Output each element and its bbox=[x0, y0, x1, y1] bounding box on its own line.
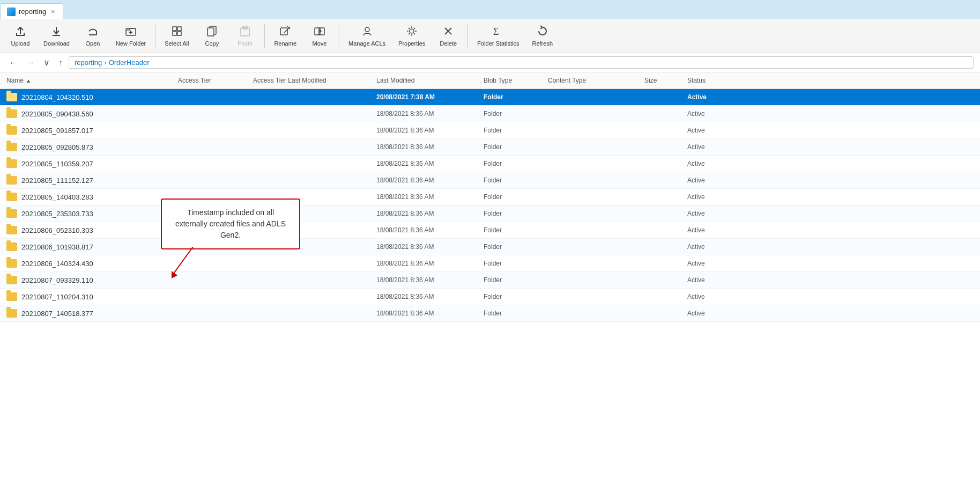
folder-statistics-label: Folder Statistics bbox=[477, 40, 519, 47]
folder-icon bbox=[6, 226, 17, 234]
refresh-button[interactable]: Refresh bbox=[526, 23, 559, 49]
file-name: 20210805_110359.207 bbox=[21, 160, 178, 168]
table-row[interactable]: 20210806_052310.303 18/08/2021 8:36 AM F… bbox=[0, 222, 980, 239]
file-name: 20210805_235303.733 bbox=[21, 210, 178, 218]
properties-icon bbox=[406, 25, 418, 39]
folder-icon bbox=[6, 309, 17, 318]
properties-button[interactable]: Properties bbox=[392, 23, 431, 49]
cell-last-modified: 18/08/2021 8:36 AM bbox=[376, 160, 484, 167]
table-row[interactable]: 20210805_140403.283 18/08/2021 8:36 AM F… bbox=[0, 189, 980, 205]
path-sep-1: › bbox=[104, 58, 106, 67]
table-row[interactable]: 20210807_140518.377 18/08/2021 8:36 AM F… bbox=[0, 305, 980, 322]
download-label: Download bbox=[43, 40, 70, 47]
sort-arrow-icon: ▲ bbox=[26, 78, 31, 84]
cell-blob-type: Folder bbox=[484, 193, 548, 201]
select-all-label: Select All bbox=[165, 40, 189, 47]
file-list: 20210804_104320.510 20/08/2021 7:38 AM F… bbox=[0, 89, 980, 457]
folder-icon bbox=[6, 193, 17, 201]
col-header-access-tier-mod[interactable]: Access Tier Last Modified bbox=[253, 77, 376, 84]
col-header-blob-type[interactable]: Blob Type bbox=[484, 77, 548, 84]
toolbar: Upload Download Open New Folder Select A… bbox=[0, 19, 980, 53]
move-button[interactable]: Move bbox=[303, 23, 336, 49]
toolbar-sep-2 bbox=[264, 24, 265, 48]
table-row[interactable]: 20210806_101938.817 18/08/2021 8:36 AM F… bbox=[0, 239, 980, 255]
table-row[interactable]: 20210805_110359.207 18/08/2021 8:36 AM F… bbox=[0, 156, 980, 172]
file-name: 20210805_090438.560 bbox=[21, 110, 178, 118]
callout-arrow bbox=[172, 247, 236, 279]
table-row[interactable]: 20210805_090438.560 18/08/2021 8:36 AM F… bbox=[0, 106, 980, 122]
paste-button: Paste bbox=[229, 23, 261, 49]
cell-status: Active bbox=[687, 110, 741, 117]
path-orderheader[interactable]: OrderHeader bbox=[109, 58, 150, 67]
cell-last-modified: 18/08/2021 8:36 AM bbox=[376, 177, 484, 184]
folder-icon bbox=[6, 209, 17, 218]
tab-label: reporting bbox=[19, 8, 46, 16]
file-name: 20210805_111152.127 bbox=[21, 177, 178, 185]
cell-status: Active bbox=[687, 127, 741, 134]
table-row[interactable]: 20210805_092805.873 18/08/2021 8:36 AM F… bbox=[0, 139, 980, 156]
new-folder-label: New Folder bbox=[116, 40, 146, 47]
cell-blob-type: Folder bbox=[484, 177, 548, 184]
cell-last-modified: 20/08/2021 7:38 AM bbox=[376, 93, 484, 101]
cell-status: Active bbox=[687, 260, 741, 267]
cell-blob-type: Folder bbox=[484, 127, 548, 134]
table-row[interactable]: 20210805_235303.733 18/08/2021 8:36 AM F… bbox=[0, 205, 980, 222]
nav-down-button[interactable]: ∨ bbox=[41, 56, 53, 69]
rename-button[interactable]: Rename bbox=[268, 23, 302, 49]
cell-status: Active bbox=[687, 226, 741, 234]
col-header-size[interactable]: Size bbox=[644, 77, 687, 84]
svg-rect-11 bbox=[173, 32, 176, 35]
open-button[interactable]: Open bbox=[77, 23, 109, 49]
table-row[interactable]: 20210806_140324.430 18/08/2021 8:36 AM F… bbox=[0, 255, 980, 272]
table-row[interactable]: 20210805_091857.017 18/08/2021 8:36 AM F… bbox=[0, 122, 980, 139]
nav-back-button[interactable]: ← bbox=[6, 57, 20, 69]
cell-last-modified: 18/08/2021 8:36 AM bbox=[376, 310, 484, 317]
col-header-name[interactable]: Name ▲ bbox=[6, 77, 178, 84]
select-all-button[interactable]: Select All bbox=[159, 23, 195, 49]
rename-icon bbox=[279, 25, 291, 39]
download-button[interactable]: Download bbox=[38, 23, 76, 49]
cell-status: Active bbox=[687, 276, 741, 284]
tab-bar: reporting × bbox=[0, 0, 980, 19]
table-row[interactable]: 20210807_093329.110 18/08/2021 8:36 AM F… bbox=[0, 272, 980, 289]
copy-button[interactable]: Copy bbox=[196, 23, 228, 49]
delete-icon bbox=[442, 25, 454, 39]
cell-last-modified: 18/08/2021 8:36 AM bbox=[376, 127, 484, 134]
delete-button[interactable]: Delete bbox=[432, 23, 464, 49]
file-name: 20210807_110204.310 bbox=[21, 293, 178, 301]
address-bar: ← → ∨ ↑ reporting › OrderHeader bbox=[0, 53, 980, 72]
col-header-access-tier[interactable]: Access Tier bbox=[178, 77, 253, 84]
cell-last-modified: 18/08/2021 8:36 AM bbox=[376, 110, 484, 117]
upload-icon bbox=[14, 25, 26, 39]
cell-blob-type: Folder bbox=[484, 226, 548, 234]
table-row[interactable]: 20210807_110204.310 18/08/2021 8:36 AM F… bbox=[0, 289, 980, 305]
folder-icon bbox=[6, 259, 17, 268]
table-row[interactable]: 20210804_104320.510 20/08/2021 7:38 AM F… bbox=[0, 89, 980, 106]
cell-blob-type: Folder bbox=[484, 243, 548, 251]
col-header-last-modified[interactable]: Last Modified bbox=[376, 77, 484, 84]
cell-status: Active bbox=[687, 177, 741, 184]
cell-status: Active bbox=[687, 210, 741, 217]
table-row[interactable]: 20210805_111152.127 18/08/2021 8:36 AM F… bbox=[0, 172, 980, 189]
address-path: reporting › OrderHeader bbox=[69, 56, 974, 69]
tab-close-button[interactable]: × bbox=[49, 8, 56, 16]
folder-statistics-button[interactable]: Σ Folder Statistics bbox=[471, 23, 525, 49]
file-name: 20210805_140403.283 bbox=[21, 193, 178, 201]
column-headers: Name ▲ Access Tier Access Tier Last Modi… bbox=[0, 72, 980, 89]
path-reporting[interactable]: reporting bbox=[75, 58, 102, 67]
open-icon bbox=[87, 25, 99, 39]
nav-up-button[interactable]: ↑ bbox=[56, 57, 65, 69]
select-all-icon bbox=[171, 25, 183, 39]
col-header-content-type[interactable]: Content Type bbox=[548, 77, 644, 84]
new-folder-button[interactable]: New Folder bbox=[110, 23, 152, 49]
col-header-status[interactable]: Status bbox=[687, 77, 741, 84]
manage-acls-button[interactable]: Manage ACLs bbox=[343, 23, 391, 49]
tab-reporting[interactable]: reporting × bbox=[0, 3, 63, 19]
properties-label: Properties bbox=[398, 40, 425, 47]
cell-last-modified: 18/08/2021 8:36 AM bbox=[376, 293, 484, 300]
cell-last-modified: 18/08/2021 8:36 AM bbox=[376, 276, 484, 284]
cell-last-modified: 18/08/2021 8:36 AM bbox=[376, 193, 484, 201]
cell-last-modified: 18/08/2021 8:36 AM bbox=[376, 260, 484, 267]
file-name: 20210805_091857.017 bbox=[21, 127, 178, 135]
upload-button[interactable]: Upload bbox=[4, 23, 36, 49]
